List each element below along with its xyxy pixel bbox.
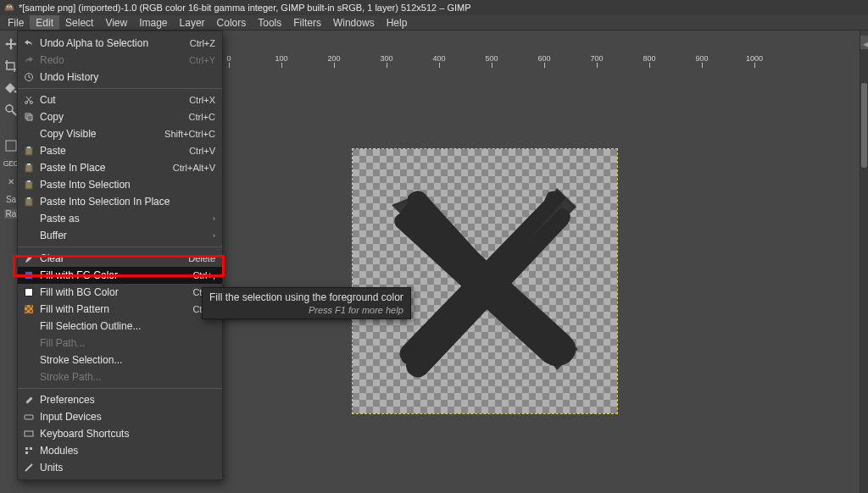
cut-icon [23, 94, 35, 106]
menu-item-accelerator: Shift+Ctrl+C [164, 129, 215, 139]
svg-rect-18 [27, 180, 31, 182]
menu-layer[interactable]: Layer [174, 15, 211, 30]
menu-item-preferences[interactable]: Preferences [18, 391, 222, 408]
menu-item-label: Paste In Place [40, 162, 173, 174]
edit-menu-popup: Undo Alpha to SelectionCtrl+ZRedoCtrl+YU… [17, 30, 223, 480]
menu-item-units[interactable]: Units [18, 459, 222, 476]
menu-item-paste-as[interactable]: Paste as› [18, 210, 222, 227]
menu-item-label: Stroke Path... [40, 371, 215, 383]
menu-item-clear[interactable]: ClearDelete [18, 250, 222, 267]
blank-icon [23, 354, 35, 366]
menu-item-accelerator: Ctrl+C [189, 112, 215, 122]
svg-rect-16 [27, 163, 31, 165]
menubar: FileEditSelectViewImageLayerColorsToolsF… [0, 15, 868, 30]
svg-rect-25 [30, 447, 32, 450]
menu-item-modules[interactable]: Modules [18, 442, 222, 459]
menu-item-label: Clear [40, 252, 188, 264]
menu-item-undo-alpha-to-selection[interactable]: Undo Alpha to SelectionCtrl+Z [18, 35, 222, 52]
menu-item-paste-in-place[interactable]: Paste In PlaceCtrl+Alt+V [18, 159, 222, 176]
menu-item-input-devices[interactable]: Input Devices [18, 408, 222, 425]
menu-item-label: Keyboard Shortcuts [40, 428, 215, 440]
menu-item-accelerator: Delete [188, 253, 215, 263]
svg-rect-15 [25, 164, 32, 172]
menu-item-paste[interactable]: PasteCtrl+V [18, 142, 222, 159]
input-icon [23, 411, 35, 423]
ruler-mark: 1000 [746, 54, 763, 63]
menu-item-accelerator: Ctrl+V [189, 146, 215, 156]
menu-item-fill-with-bg-color[interactable]: Fill with BG ColorCtrl+. [18, 284, 222, 301]
menu-item-label: Paste Into Selection In Place [40, 196, 215, 208]
menu-edit[interactable]: Edit [30, 15, 59, 30]
svg-rect-24 [25, 447, 28, 450]
menu-item-accelerator: Ctrl+, [192, 270, 215, 280]
menu-select[interactable]: Select [59, 15, 99, 30]
menu-item-accelerator: Ctrl+Z [190, 38, 215, 48]
ruler-mark: 600 [537, 54, 550, 63]
svg-rect-22 [25, 431, 33, 436]
blank-icon [23, 213, 35, 224]
ruler-mark: 900 [695, 54, 708, 63]
ruler-mark: 800 [643, 54, 655, 63]
menu-item-accelerator: Ctrl+Y [189, 55, 215, 65]
paste-icon [23, 145, 35, 157]
ruler-mark: 300 [380, 54, 392, 63]
menu-item-label: Fill Path... [40, 337, 215, 349]
menu-item-fill-with-fg-color[interactable]: Fill with FG ColorCtrl+, [18, 267, 222, 284]
menu-separator [18, 388, 222, 389]
menu-item-label: Preferences [40, 394, 215, 406]
menu-separator [18, 246, 222, 247]
svg-rect-21 [25, 415, 33, 419]
menu-item-paste-into-selection-in-place[interactable]: Paste Into Selection In Place [18, 193, 222, 210]
fg-icon [23, 269, 35, 281]
menu-help[interactable]: Help [381, 15, 414, 30]
svg-rect-12 [27, 115, 32, 120]
ruler-mark: 200 [327, 54, 340, 63]
ruler-mark: 500 [485, 54, 498, 63]
menu-item-copy[interactable]: CopyCtrl+C [18, 108, 222, 125]
menu-item-label: Copy [40, 111, 189, 123]
toolbox-label-ra: Ra [4, 209, 19, 219]
svg-point-5 [6, 105, 13, 112]
menu-item-label: Fill with Pattern [40, 303, 192, 315]
scrollbar-vertical[interactable] [860, 49, 868, 493]
bg-icon [23, 286, 35, 298]
menu-item-copy-visible[interactable]: Copy VisibleShift+Ctrl+C [18, 125, 222, 142]
tooltip: Fill the selection using the foreground … [202, 287, 411, 319]
menu-item-label: Redo [40, 54, 189, 66]
menu-item-fill-with-pattern[interactable]: Fill with PatternCtrl+; [18, 301, 222, 318]
menu-item-undo-history[interactable]: Undo History [18, 69, 222, 86]
svg-point-3 [10, 7, 11, 8]
menu-item-keyboard-shortcuts[interactable]: Keyboard Shortcuts [18, 425, 222, 442]
paste-icon [23, 162, 35, 174]
menu-item-paste-into-selection[interactable]: Paste Into Selection [18, 176, 222, 193]
menu-image[interactable]: Image [133, 15, 173, 30]
svg-rect-19 [25, 198, 32, 206]
menu-item-fill-selection-outline[interactable]: Fill Selection Outline... [18, 318, 222, 335]
scrollbar-thumb[interactable] [861, 83, 867, 168]
menu-file[interactable]: File [2, 15, 30, 30]
units-icon [23, 462, 35, 474]
history-icon [23, 71, 35, 83]
menu-item-cut[interactable]: CutCtrl+X [18, 91, 222, 108]
menu-filters[interactable]: Filters [287, 15, 327, 30]
menu-colors[interactable]: Colors [211, 15, 253, 30]
svg-rect-14 [27, 147, 31, 148]
menu-view[interactable]: View [99, 15, 133, 30]
ruler-mark: 700 [590, 54, 603, 63]
svg-rect-26 [25, 451, 28, 454]
paste-icon [23, 196, 35, 208]
tooltip-help-hint: Press F1 for more help [209, 305, 403, 315]
image-canvas[interactable] [353, 149, 617, 413]
menu-item-accelerator: Ctrl+X [189, 95, 215, 105]
menu-tools[interactable]: Tools [252, 15, 287, 30]
menu-item-buffer[interactable]: Buffer› [18, 227, 222, 244]
menu-item-stroke-selection[interactable]: Stroke Selection... [18, 352, 222, 368]
toolbox-label-sa: Sa [6, 195, 16, 204]
menu-windows[interactable]: Windows [327, 15, 381, 30]
pat-icon [23, 303, 35, 315]
prefs-icon [23, 394, 35, 406]
blank-icon [23, 371, 35, 383]
mod-icon [23, 445, 35, 457]
menu-item-label: Paste [40, 145, 189, 157]
menu-item-label: Undo Alpha to Selection [40, 37, 190, 49]
